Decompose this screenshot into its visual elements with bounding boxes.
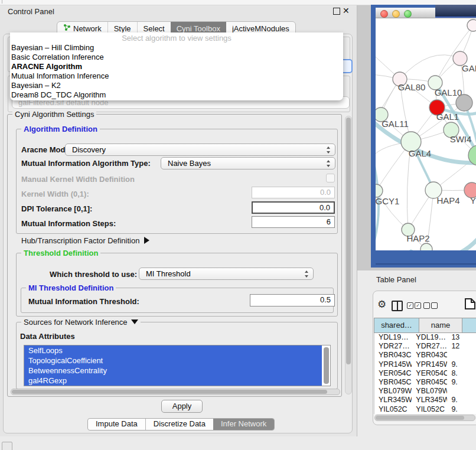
float-window-icon[interactable] <box>333 8 340 15</box>
column-header-name[interactable]: name <box>419 318 462 333</box>
bottom-tab-discretize-data[interactable]: Discretize Data <box>145 419 213 430</box>
table-row[interactable]: YDL19…YDL19…13 <box>374 333 476 342</box>
combo-spinner-icon <box>305 270 309 278</box>
table-row[interactable]: YIL052CYIL052C9. <box>374 405 476 414</box>
aracne-mode-value: Discovery <box>72 145 106 154</box>
apply-button[interactable]: Apply <box>161 400 203 413</box>
table-horizontal-scrollbar[interactable] <box>374 415 475 421</box>
mi-algorithm-type-combo[interactable]: Naive Bayes <box>161 157 335 169</box>
table-row[interactable]: YBL079WYBL079W <box>374 387 476 396</box>
manual-kernel-width-label: Manual Kernel Width Definition <box>21 175 135 184</box>
manual-kernel-width-checkbox[interactable] <box>326 174 335 182</box>
node[interactable] <box>456 94 472 111</box>
attribute-item-gal4rgexp[interactable]: gal4RGexp <box>24 376 322 386</box>
algorithm-option-mutual-information-inference[interactable]: Mutual Information Inference <box>10 71 343 81</box>
node-label: HAP4 <box>436 195 459 206</box>
bottom-tab-infer-network[interactable]: Infer Network <box>213 419 274 430</box>
scrollbar-thumb[interactable] <box>12 390 327 394</box>
data-attributes-list[interactable]: SelfLoopsTopologicalCoefficientBetweenne… <box>24 345 331 386</box>
kernel-width-label: Kernel Width (0,1): <box>21 190 89 198</box>
mac-minimize-icon[interactable] <box>392 10 400 18</box>
table-cell: 9. <box>447 378 476 387</box>
deselect-all-checkbox-icon[interactable] <box>423 302 430 309</box>
which-threshold-value: MI Threshold <box>146 269 191 278</box>
node-label: Y <box>470 195 476 206</box>
table-cell: 8. <box>447 369 476 378</box>
table-body: YDL19…YDL19…13YDR27…YDR27…12YBR043CYBR04… <box>374 333 476 414</box>
table-cell: YER054C <box>412 369 447 378</box>
gear-icon[interactable]: ⚙ <box>377 298 386 311</box>
data-attributes-label: Data Attributes <box>20 332 75 341</box>
table-cell: 12 <box>447 342 476 351</box>
mi-threshold-group-title: MI Threshold Definition <box>26 283 116 292</box>
mi-threshold-field[interactable]: 0.5 <box>250 294 335 306</box>
mac-close-icon[interactable] <box>380 10 388 18</box>
algorithm-option-basic-correlation-inference[interactable]: Basic Correlation Inference <box>10 53 343 62</box>
node-label: GAL4 <box>409 148 431 158</box>
node[interactable] <box>467 19 476 31</box>
table-cell: YBL079W <box>412 387 447 396</box>
deselect-all-checkbox-icon[interactable] <box>431 302 438 309</box>
table-row[interactable]: YDR27…YDR27…12 <box>374 342 476 351</box>
network-canvas[interactable]: GALGAL80GAL10GAL1GAL11SWI4GAL4GCY1HAP4YH… <box>376 18 476 250</box>
node[interactable] <box>420 243 432 250</box>
export-table-icon[interactable] <box>464 298 476 311</box>
attribute-item-betweennesscentrality[interactable]: BetweennessCentrality <box>24 366 322 376</box>
table-row[interactable]: YER054CYER054C8. <box>374 369 476 378</box>
table-cell <box>447 351 476 360</box>
table-row[interactable]: YLR345WYLR345W9. <box>374 396 476 405</box>
node-label: GAL1 <box>436 112 459 122</box>
network-window-frame-line <box>376 263 476 265</box>
node-label: GAL11 <box>382 119 409 129</box>
algorithm-option-bayesian-hill-climbing[interactable]: Bayesian – Hill Climbing <box>10 43 343 53</box>
algorithm-option-aracne-algorithm[interactable]: ARACNE Algorithm <box>10 62 343 71</box>
which-threshold-label: Which threshold to use: <box>50 270 137 279</box>
scrollbar-thumb[interactable] <box>376 416 464 420</box>
algorithm-option-dream8-dc-tdc-algorithm[interactable]: Dream8 DC_TDC Algorithm <box>10 90 343 100</box>
algorithm-definition-title: Algorithm Definition <box>21 125 100 133</box>
table-row[interactable]: YBR045CYBR045C9. <box>374 378 476 387</box>
dpi-tolerance-field[interactable]: 0.0 <box>252 201 335 214</box>
which-threshold-combo[interactable]: MI Threshold <box>139 268 314 280</box>
table-row[interactable]: YBR043CYBR043C <box>374 351 476 360</box>
expanded-arrow-icon <box>131 319 138 324</box>
mi-steps-field[interactable]: 6 <box>252 216 335 228</box>
control-panel-title: Control Panel <box>8 7 54 16</box>
table-cell: YDR27… <box>412 342 447 351</box>
table-cell: YLR345W <box>374 396 412 405</box>
list-scrollbar-thumb[interactable] <box>324 347 329 384</box>
attribute-item-selfloops[interactable]: SelfLoops <box>24 345 322 356</box>
scrollbar-thumb[interactable] <box>346 118 351 364</box>
settings-horizontal-scrollbar[interactable] <box>11 389 340 395</box>
table-cell: YIL052C <box>412 405 447 414</box>
collapsed-panel-icon[interactable] <box>2 442 12 450</box>
node-label: HAP2 <box>406 233 429 243</box>
aracne-mode-combo[interactable]: Discovery <box>65 144 335 156</box>
column-header-clipped[interactable] <box>462 318 476 333</box>
bottom-tab-impute-data[interactable]: Impute Data <box>88 419 145 430</box>
hub-definition-toggle[interactable]: Hub/Transcription Factor Definition <box>21 236 149 245</box>
algorithm-dropdown-popup: Select algorithm to view settings Bayesi… <box>10 32 343 100</box>
table-cell: YDR27… <box>374 342 412 351</box>
select-all-checkbox-icon[interactable]: ✓ <box>407 302 413 309</box>
table-panel-title: Table Panel <box>376 275 416 284</box>
table-row[interactable]: YPR145WYPR145W9. <box>374 360 476 369</box>
table-cell: 9. <box>447 396 476 405</box>
table-header: shared…name <box>374 318 476 333</box>
split-columns-icon[interactable] <box>392 301 403 311</box>
select-all-checkbox-icon[interactable]: ✓ <box>415 302 421 309</box>
attribute-item-topologicalcoefficient[interactable]: TopologicalCoefficient <box>24 356 322 366</box>
settings-vertical-scrollbar[interactable] <box>345 116 352 394</box>
kernel-width-field[interactable]: 0.0 <box>252 187 335 198</box>
node-label: GAL <box>462 63 476 73</box>
mac-zoom-icon[interactable] <box>404 10 412 18</box>
algorithm-option-bayesian-k2[interactable]: Bayesian – K2 <box>10 81 343 90</box>
sources-group-title[interactable]: Sources for Network Inference <box>21 318 141 327</box>
table-cell: YBR045C <box>412 378 447 387</box>
table-cell: 9. <box>447 360 476 369</box>
algorithm-dropdown-hint: Select algorithm to view settings <box>10 34 343 43</box>
close-icon[interactable]: ✕ <box>343 6 350 15</box>
table-cell: YBR045C <box>374 378 412 387</box>
column-header-shared[interactable]: shared… <box>374 318 419 333</box>
node-gcy1[interactable] <box>376 184 383 197</box>
